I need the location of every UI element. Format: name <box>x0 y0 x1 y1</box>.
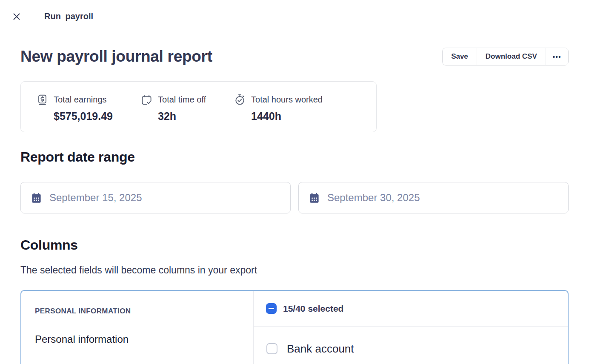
columns-subtitle: The selected fields will become columns … <box>20 264 569 276</box>
page-title: New payroll journal report <box>20 48 212 65</box>
unchecked-checkbox[interactable] <box>266 343 277 354</box>
topbar-title: Run payroll <box>33 0 93 33</box>
calendar-check-icon <box>141 94 152 105</box>
stat-label: Total time off <box>158 95 206 105</box>
date-range-row: September 15, 2025 September 30, 2025 <box>20 182 569 213</box>
stat-label: Total earnings <box>54 95 107 105</box>
field-label: Bank account <box>287 342 354 355</box>
columns-heading: Columns <box>20 237 569 253</box>
calendar-icon <box>309 192 320 204</box>
close-icon <box>12 12 21 21</box>
indeterminate-checkbox[interactable] <box>266 303 277 314</box>
category-group-header: PERSONAL INFORMATION <box>35 307 253 316</box>
main-content: New payroll journal report Save Download… <box>0 48 589 364</box>
field-row-bank-account[interactable]: Bank account <box>254 327 568 364</box>
selected-count-label: 15/40 selected <box>283 304 343 314</box>
stat-value: $575,019.49 <box>54 110 113 122</box>
select-all-row[interactable]: 15/40 selected <box>254 291 568 327</box>
stat-total-hours-worked: Total hours worked 1440h <box>234 94 323 132</box>
more-options-button[interactable]: ••• <box>546 48 568 65</box>
category-item-personal-information[interactable]: Personal information <box>35 333 253 345</box>
calendar-icon <box>31 192 42 204</box>
end-date-value: September 30, 2025 <box>327 192 420 204</box>
date-range-heading: Report date range <box>20 149 569 165</box>
page-header: New payroll journal report Save Download… <box>20 48 569 65</box>
top-bar: Run payroll <box>0 0 589 33</box>
close-button[interactable] <box>0 0 33 33</box>
stat-total-earnings: Total earnings $575,019.49 <box>37 94 113 132</box>
save-button[interactable]: Save <box>443 48 477 65</box>
dollar-receipt-icon <box>37 94 48 105</box>
columns-picker-panel: PERSONAL INFORMATION Personal informatio… <box>20 290 569 364</box>
summary-stats-card: Total earnings $575,019.49 Total time of… <box>20 81 377 132</box>
download-csv-button[interactable]: Download CSV <box>477 48 546 65</box>
start-date-input[interactable]: September 15, 2025 <box>20 182 291 213</box>
stat-total-time-off: Total time off 32h <box>141 94 206 132</box>
columns-category-list: PERSONAL INFORMATION Personal informatio… <box>21 291 254 364</box>
stat-label: Total hours worked <box>251 95 323 105</box>
columns-field-list: 15/40 selected Bank account <box>254 291 568 364</box>
stat-value: 32h <box>158 110 206 122</box>
stopwatch-check-icon <box>234 94 246 105</box>
header-button-group: Save Download CSV ••• <box>442 48 569 65</box>
end-date-input[interactable]: September 30, 2025 <box>298 182 569 213</box>
stat-value: 1440h <box>251 110 323 122</box>
start-date-value: September 15, 2025 <box>49 192 142 204</box>
